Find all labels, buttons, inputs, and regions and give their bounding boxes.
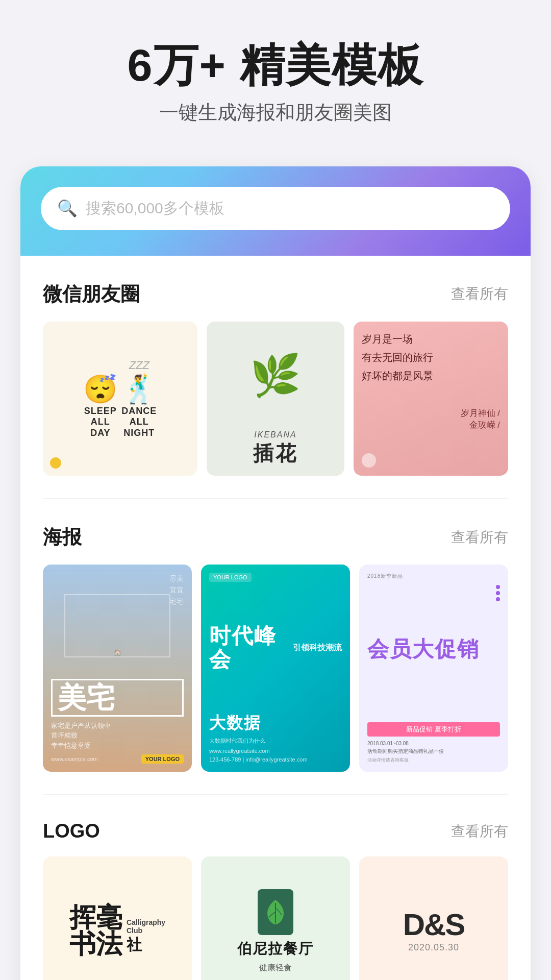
promo-top-bar: 2018新季新品 [367,573,500,580]
meizhai-side-text: 尽美宜宜宅宅 [169,573,184,607]
wechat-card-poetic[interactable]: 岁月是一场 有去无回的旅行 好坏的都是风景 岁月神仙 / 金玫嵘 / [354,322,508,476]
logo-card-ds[interactable]: D&S 2020.05.30 [359,856,508,980]
calligraphy-en-wrap: Calligraphy Club 社 [127,918,165,955]
sub-title: 一键生成海报和朋友圈美图 [31,100,520,126]
poster-section-header: 海报 查看所有 [20,499,531,565]
calligraphy-cn-stack: 挥毫 书法 [69,904,122,958]
search-bar[interactable]: 🔍 搜索60,000多个模板 [41,187,510,230]
ds-date: 2020.05.30 [408,942,459,953]
meizhai-logo-tag: YOUR LOGO [141,754,184,764]
restaurant-sub: 健康轻食 [259,963,292,973]
tech-main-area: 时代峰会 引领科技潮流 [209,586,342,709]
main-card: 🔍 搜索60,000多个模板 微信朋友圈 查看所有 😴 SLEEPALLDAY … [20,166,531,980]
search-section: 🔍 搜索60,000多个模板 [20,166,531,256]
poster-grid: 尽美宜宜宅宅 🏠 美宅 家宅是户严从认领中 首坪精致 幸幸恺意享受 www.ex… [20,565,531,772]
dance-label: DANCEALLNIGHT [121,406,157,439]
poetic-author: 岁月神仙 / 金玫嵘 / [362,407,500,431]
poster-view-all[interactable]: 查看所有 [451,528,508,547]
poster-card-tech-summit[interactable]: YOUR LOGO 时代峰会 引领科技潮流 大数据 大数据时代我们为什么 www… [201,565,350,772]
zzz-text: ZZZ [129,359,149,372]
logo-view-all[interactable]: 查看所有 [451,822,508,841]
logo-section-header: LOGO 查看所有 [20,795,531,856]
meizhai-illustration: 🏠 [51,573,184,678]
cal-char-2: 书法 [69,931,122,958]
calligraphy-chars: 挥毫 书法 Calligraphy Club 社 [69,904,165,958]
logo-grid: 挥毫 书法 Calligraphy Club 社 [20,856,531,980]
meizhai-url: www.example.com [51,756,98,762]
dance-emoji: 🕺 [122,375,156,403]
tech-main-text: 时代峰会 [209,586,290,709]
cal-en-1: Calligraphy [127,918,165,926]
ds-text: D&S [403,910,465,940]
meizhai-desc: 家宅是户严从认领中 首坪精致 幸幸恺意享受 [51,721,184,751]
big-data-text: 大数据 [209,712,342,734]
main-title: 6万+ 精美模板 [31,41,520,90]
restaurant-content: 伯尼拉餐厅 健康轻食 [237,889,314,973]
wechat-section-header: 微信朋友圈 查看所有 [20,256,531,322]
tech-bottom: 大数据时代我们为什么 www.reallygreatsite.com 123-4… [209,737,342,764]
search-placeholder: 搜索60,000多个模板 [86,198,494,219]
logo-card-calligraphy[interactable]: 挥毫 书法 Calligraphy Club 社 [43,856,192,980]
meizhai-big-text: 美宅 [51,679,184,717]
poetic-text: 岁月是一场 有去无回的旅行 好坏的都是风景 [362,330,500,385]
wechat-card-ikebana[interactable]: 🌿 IKEBANA 插花 [207,322,345,476]
promo-deco [493,585,503,626]
tech-side-labels: 引领科技潮流 [293,586,342,709]
page-header: 6万+ 精美模板 一键生成海报和朋友圈美图 [0,0,551,146]
promo-bottom: 2018.03.01~03.08 活动期间购买指定商品赠礼品一份 活动详情请咨询… [367,740,500,764]
cal-en-2: Club [127,926,142,935]
logo-section-title: LOGO [43,820,100,842]
poster-card-member-promo[interactable]: 2018新季新品 会员大促销 新品促销 夏季打折 2018.03.01~03.0… [359,565,508,772]
poster-card-meizhai[interactable]: 尽美宜宜宅宅 🏠 美宅 家宅是户严从认领中 首坪精致 幸幸恺意享受 www.ex… [43,565,192,772]
sleep-emoji: 😴 [83,375,117,403]
ikebana-cn: 插花 [253,439,298,468]
logo-card-restaurant[interactable]: 伯尼拉餐厅 健康轻食 [201,856,350,980]
card-dot [50,457,61,469]
leaf-icon [258,889,293,935]
meizhai-logo-bar: www.example.com YOUR LOGO [51,754,184,764]
promo-bar: 新品促销 夏季打折 [367,722,500,737]
wechat-view-all[interactable]: 查看所有 [451,284,508,304]
pink-circle-deco [362,453,376,468]
cal-sub: 社 [127,935,142,955]
ikebana-plant: 🌿 [207,322,345,430]
cal-char-1: 挥毫 [69,904,122,931]
ikebana-en: IKEBANA [254,430,296,439]
calligraphy-content: 挥毫 书法 Calligraphy Club 社 [69,904,165,958]
sleep-label: SLEEPALLDAY [84,406,117,439]
wechat-section-title: 微信朋友圈 [43,281,140,307]
search-icon: 🔍 [57,200,78,216]
tech-logo-tag: YOUR LOGO [209,573,252,582]
ds-content: D&S 2020.05.30 [403,910,465,953]
poster-section-title: 海报 [43,524,82,550]
promo-main-text: 会员大促销 [367,580,500,719]
restaurant-cn-name: 伯尼拉餐厅 [237,939,314,959]
wechat-card-sleep-dance[interactable]: 😴 SLEEPALLDAY ZZZ 🕺 DANCEALLNIGHT [43,322,197,476]
wechat-template-grid: 😴 SLEEPALLDAY ZZZ 🕺 DANCEALLNIGHT 🌿 IKEB… [20,322,531,476]
